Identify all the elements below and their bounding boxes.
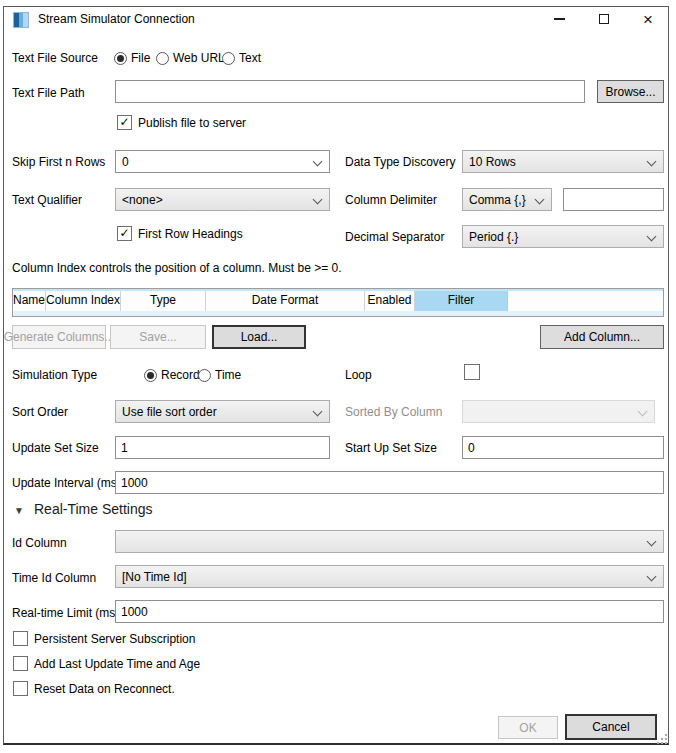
resize-grip[interactable] [657, 734, 659, 736]
decimal-separator-combobox[interactable]: Period {.} [462, 225, 664, 248]
time-id-column-combobox[interactable]: [No Time Id] [115, 565, 664, 588]
generate-columns-button[interactable]: Generate Columns... [12, 325, 106, 349]
expander-arrow-icon[interactable]: ▼ [14, 505, 24, 516]
radio-time-label[interactable]: Time [215, 368, 241, 382]
update-set-size-input[interactable] [115, 436, 330, 459]
chevron-down-icon [535, 195, 545, 205]
text-qualifier-combobox[interactable]: <none> [115, 188, 330, 211]
header-filter[interactable]: Filter [415, 291, 508, 311]
sorted-by-column-label: Sorted By Column [345, 405, 442, 419]
sort-order-label: Sort Order [12, 405, 68, 419]
sorted-by-column-combobox [462, 400, 655, 423]
real-time-settings-header[interactable]: Real-Time Settings [34, 501, 153, 517]
ok-button[interactable]: OK [498, 716, 558, 739]
start-up-set-size-label: Start Up Set Size [345, 441, 437, 455]
chevron-down-icon [638, 407, 648, 417]
skip-first-n-rows-combobox[interactable]: 0 [115, 150, 330, 173]
chevron-down-icon [647, 572, 657, 582]
simulation-type-label: Simulation Type [12, 368, 97, 382]
sort-order-combobox[interactable]: Use file sort order [115, 400, 330, 423]
loop-checkbox[interactable] [464, 364, 480, 380]
chevron-down-icon [647, 537, 657, 547]
update-interval-input[interactable] [115, 471, 664, 494]
data-type-discovery-label: Data Type Discovery [345, 155, 456, 169]
header-type[interactable]: Type [121, 291, 206, 311]
load-button[interactable]: Load... [212, 325, 306, 349]
add-last-update-label[interactable]: Add Last Update Time and Age [34, 657, 200, 671]
persistent-subscription-label[interactable]: Persistent Server Subscription [34, 632, 195, 646]
publish-file-checkbox[interactable]: ✓ [117, 115, 132, 130]
header-column-index[interactable]: Column Index [46, 291, 121, 311]
text-file-path-label: Text File Path [12, 86, 85, 100]
add-last-update-checkbox[interactable] [13, 656, 28, 671]
first-row-headings-checkbox[interactable]: ✓ [117, 226, 132, 241]
loop-label: Loop [345, 368, 372, 382]
real-time-limit-label: Real-time Limit (ms) [12, 606, 119, 620]
update-set-size-label: Update Set Size [12, 441, 99, 455]
publish-file-label[interactable]: Publish file to server [138, 116, 246, 130]
reset-data-label[interactable]: Reset Data on Reconnect. [34, 682, 175, 696]
header-enabled[interactable]: Enabled [365, 291, 415, 311]
column-delimiter-combobox[interactable]: Comma {,} [462, 188, 552, 211]
screen: Stream Simulator Connection × Text File … [0, 0, 676, 753]
table-header-row: Name Column Index Type Date Format Enabl… [13, 291, 663, 311]
minimize-button[interactable] [542, 7, 576, 31]
chevron-down-icon [647, 157, 657, 167]
text-file-source-label: Text File Source [12, 51, 98, 65]
radio-file[interactable] [114, 52, 127, 65]
maximize-button[interactable] [587, 7, 621, 31]
columns-table: Name Column Index Type Date Format Enabl… [12, 288, 664, 317]
check-icon: ✓ [119, 115, 129, 129]
add-column-button[interactable]: Add Column... [540, 325, 664, 349]
close-icon: × [643, 11, 653, 28]
header-name[interactable]: Name [13, 291, 46, 311]
radio-web-url[interactable] [156, 52, 169, 65]
text-qualifier-label: Text Qualifier [12, 193, 82, 207]
id-column-combobox[interactable] [115, 530, 664, 553]
radio-file-label[interactable]: File [131, 51, 150, 65]
chevron-down-icon [313, 195, 323, 205]
id-column-label: Id Column [12, 536, 67, 550]
real-time-limit-input[interactable] [115, 600, 664, 623]
chevron-down-icon [647, 232, 657, 242]
time-id-column-label: Time Id Column [12, 571, 96, 585]
first-row-headings-label[interactable]: First Row Headings [138, 227, 243, 241]
radio-web-url-label[interactable]: Web URL [173, 51, 225, 65]
cancel-button[interactable]: Cancel [565, 714, 657, 740]
app-icon [13, 12, 29, 28]
radio-record-label[interactable]: Record [161, 368, 200, 382]
start-up-set-size-input[interactable] [462, 436, 664, 459]
check-icon: ✓ [119, 226, 129, 240]
radio-text[interactable] [222, 52, 235, 65]
skip-first-n-rows-label: Skip First n Rows [12, 155, 105, 169]
window-title: Stream Simulator Connection [38, 12, 195, 26]
header-filler [508, 291, 663, 311]
radio-time[interactable] [198, 369, 211, 382]
maximize-icon [599, 14, 609, 24]
chevron-down-icon [313, 157, 323, 167]
update-interval-label: Update Interval (ms) [12, 476, 121, 490]
minimize-icon [554, 18, 565, 20]
chevron-down-icon [313, 407, 323, 417]
persistent-subscription-checkbox[interactable] [13, 631, 28, 646]
column-index-note: Column Index controls the position of a … [12, 261, 342, 275]
close-button[interactable]: × [631, 7, 665, 31]
table-body-empty [13, 311, 663, 316]
radio-text-label[interactable]: Text [239, 51, 261, 65]
header-date-format[interactable]: Date Format [206, 291, 365, 311]
column-delimiter-label: Column Delimiter [345, 193, 437, 207]
radio-record[interactable] [144, 369, 157, 382]
save-button[interactable]: Save... [110, 325, 206, 349]
browse-button[interactable]: Browse... [597, 80, 664, 103]
data-type-discovery-combobox[interactable]: 10 Rows [462, 150, 664, 173]
decimal-separator-label: Decimal Separator [345, 230, 444, 244]
reset-data-checkbox[interactable] [13, 681, 28, 696]
text-file-path-input[interactable] [115, 80, 585, 103]
column-delimiter-custom-input[interactable] [563, 188, 664, 211]
